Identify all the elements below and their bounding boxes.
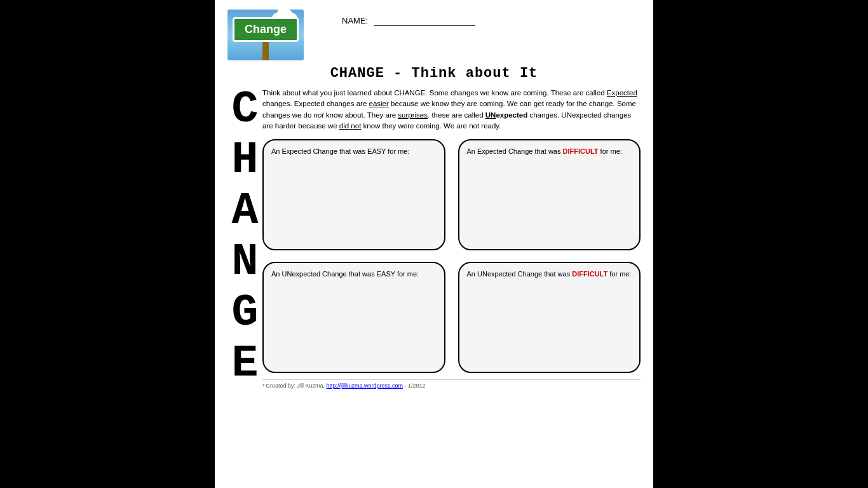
name-input-line <box>374 16 475 26</box>
header-row: Change NAME: <box>227 10 641 60</box>
page: Change NAME: CHANGE - Think about It C H… <box>215 0 653 488</box>
difficult-word-1: DIFFICULT <box>563 147 599 155</box>
unexpected-easy-box: An UNexpected Change that was EASY for m… <box>262 262 445 373</box>
intro-part7: know they were coming. We are not ready. <box>361 122 501 130</box>
sign-post <box>262 41 269 60</box>
unexpected-difficult-box: An UNexpected Change that was DIFFICULT … <box>458 262 641 373</box>
name-field: NAME: <box>342 16 475 26</box>
page-title: CHANGE - Think about It <box>227 65 641 81</box>
footer-link[interactable]: http://jillkuzma.wordpress.com <box>327 383 403 389</box>
not-word: not <box>314 111 324 119</box>
boxes-grid: An Expected Change that was EASY for me:… <box>262 139 641 373</box>
change-letters-column: C H A N G E <box>227 88 262 393</box>
content-area: C H A N G E Think about what you just le… <box>227 88 641 393</box>
letter-E: E <box>231 342 258 386</box>
intro-part1: Think about what you just learned about … <box>262 89 607 97</box>
letter-A: A <box>231 189 258 234</box>
letter-N: N <box>231 240 258 285</box>
letter-H: H <box>231 139 258 183</box>
difficult-word-2: DIFFICULT <box>572 270 607 278</box>
expected-easy-box: An Expected Change that was EASY for me: <box>262 139 445 250</box>
unexpected-easy-label: An UNexpected Change that was EASY for m… <box>271 269 437 279</box>
did-not-underline: did not <box>339 122 362 130</box>
intro-part5: . these are called <box>428 111 485 119</box>
intro-text: Think about what you just learned about … <box>262 88 641 132</box>
change-sign-image: Change <box>227 10 304 60</box>
letter-C: C <box>231 88 258 132</box>
footer-text: ¹ Created by: Jill Kuzma, <box>262 383 327 389</box>
unexpected-word: UNexpected <box>485 111 527 119</box>
expected-underline: Expected <box>607 89 637 97</box>
name-label: NAME: <box>342 16 368 25</box>
easier-underline: easier <box>369 100 389 107</box>
unexpected-difficult-label: An UNexpected Change that was DIFFICULT … <box>467 269 632 279</box>
letter-G: G <box>231 291 258 336</box>
main-content: Think about what you just learned about … <box>262 88 641 393</box>
expected-difficult-box: An Expected Change that was DIFFICULT fo… <box>458 139 641 250</box>
expected-easy-label: An Expected Change that was EASY for me: <box>271 147 437 156</box>
surprises-underline: surprises <box>398 111 428 119</box>
footer-date: - 1/2012 <box>403 383 426 389</box>
intro-part4: know about. They are <box>324 111 398 119</box>
footer: ¹ Created by: Jill Kuzma, http://jillkuz… <box>262 379 641 389</box>
intro-part2: changes. Expected changes are <box>262 100 369 107</box>
expected-difficult-label: An Expected Change that was DIFFICULT fo… <box>467 147 632 156</box>
sign-text: Change <box>233 17 299 42</box>
